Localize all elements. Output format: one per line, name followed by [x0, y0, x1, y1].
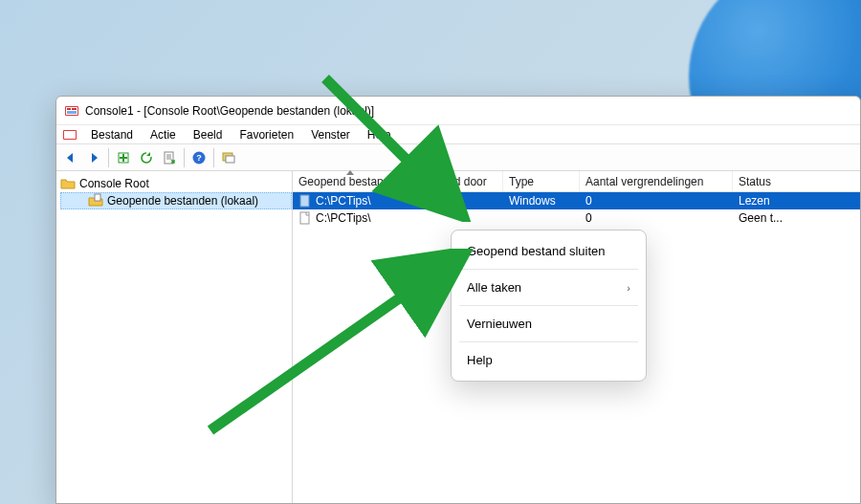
- svg-rect-3: [72, 108, 77, 110]
- ctx-item-label: Geopend bestand sluiten: [467, 244, 606, 258]
- svg-rect-4: [67, 111, 77, 114]
- toolbar-separator: [184, 148, 185, 167]
- window-title: Console1 - [Console Root\Geopende bestan…: [85, 104, 374, 118]
- cell-locks: 0: [585, 211, 592, 225]
- tree-item-open-files[interactable]: Geopende bestanden (lokaal): [60, 192, 292, 209]
- export-list-button[interactable]: [159, 147, 180, 168]
- toolbar: ?: [56, 144, 860, 171]
- menubar: Bestand Actie Beeld Favorieten Venster H…: [56, 125, 860, 144]
- column-header-label: Geopend bestand: [298, 175, 389, 188]
- context-menu: Geopend bestand sluiten Alle taken › Ver…: [451, 230, 647, 382]
- ctx-all-tasks[interactable]: Alle taken ›: [452, 273, 646, 302]
- menu-beeld[interactable]: Beeld: [186, 127, 231, 142]
- svg-rect-8: [165, 152, 173, 164]
- cell-status: Lezen: [739, 194, 770, 208]
- ctx-separator: [459, 341, 638, 342]
- ctx-close-open-file[interactable]: Geopend bestand sluiten: [452, 236, 646, 266]
- column-header-status[interactable]: Status: [733, 171, 860, 191]
- ctx-separator: [459, 269, 638, 270]
- column-header-type[interactable]: Type: [503, 171, 580, 191]
- tree-item-console-root[interactable]: Console Root: [56, 175, 292, 192]
- add-favorite-button[interactable]: [113, 147, 134, 168]
- column-header-geopend-bestand[interactable]: Geopend bestand: [293, 171, 408, 191]
- toolbar-separator: [108, 148, 109, 167]
- ctx-refresh[interactable]: Vernieuwen: [452, 309, 646, 339]
- column-header-label: Type: [509, 175, 534, 188]
- cell-path: C:\PCTips\: [316, 194, 371, 208]
- menu-favorieten[interactable]: Favorieten: [232, 127, 301, 142]
- menu-bestand[interactable]: Bestand: [83, 127, 141, 142]
- cell-path: C:\PCTips\: [316, 211, 371, 225]
- svg-rect-14: [300, 195, 309, 207]
- system-menu-icon[interactable]: [62, 127, 77, 142]
- menu-venster[interactable]: Venster: [303, 127, 358, 142]
- list-header: Geopend bestand Geopend door Type Aantal…: [293, 171, 860, 192]
- column-header-geopend-door[interactable]: Geopend door: [408, 171, 503, 191]
- sort-ascending-icon: [346, 170, 354, 175]
- table-row[interactable]: C:\PCTips\ 0 Geen t...: [293, 209, 860, 227]
- column-header-label: Status: [739, 175, 771, 188]
- tree-item-label: Geopende bestanden (lokaal): [107, 194, 258, 208]
- cell-user: PC Tips: [413, 194, 453, 208]
- app-icon: [64, 103, 79, 119]
- file-icon: [298, 211, 312, 225]
- svg-rect-15: [300, 212, 309, 224]
- ctx-separator: [459, 305, 638, 306]
- svg-rect-2: [67, 108, 71, 110]
- svg-text:?: ?: [196, 153, 202, 163]
- cell-status: Geen t...: [739, 211, 783, 225]
- tree-item-label: Console Root: [79, 177, 149, 190]
- ctx-help[interactable]: Help: [452, 345, 646, 375]
- open-files-icon: [88, 193, 103, 208]
- ctx-item-label: Vernieuwen: [467, 317, 532, 331]
- menu-help[interactable]: Help: [360, 127, 399, 142]
- toolbar-separator: [213, 148, 214, 167]
- cell-type: Windows: [509, 194, 556, 208]
- file-icon: [298, 194, 312, 208]
- tree-pane[interactable]: Console Root Geopende bestanden (lokaal): [56, 171, 293, 503]
- ctx-item-label: Alle taken: [467, 280, 521, 295]
- chevron-right-icon: ›: [627, 282, 630, 294]
- svg-rect-6: [64, 131, 76, 139]
- column-header-aantal-vergrendelingen[interactable]: Aantal vergrendelingen: [580, 171, 733, 191]
- svg-rect-12: [226, 156, 234, 163]
- menu-actie[interactable]: Actie: [143, 127, 184, 142]
- table-row[interactable]: C:\PCTips\ PC Tips Windows 0 Lezen: [293, 192, 860, 209]
- back-button[interactable]: [60, 147, 81, 168]
- forward-button[interactable]: [83, 147, 104, 168]
- titlebar[interactable]: Console1 - [Console Root\Geopende bestan…: [56, 97, 860, 125]
- column-header-label: Aantal vergrendelingen: [585, 175, 703, 188]
- cell-locks: 0: [585, 194, 592, 208]
- column-header-label: Geopend door: [413, 175, 487, 188]
- new-window-button[interactable]: [218, 147, 239, 168]
- ctx-item-label: Help: [467, 353, 493, 367]
- svg-rect-13: [95, 194, 100, 201]
- help-button[interactable]: ?: [188, 147, 210, 168]
- folder-icon: [60, 176, 76, 191]
- refresh-button[interactable]: [136, 147, 157, 168]
